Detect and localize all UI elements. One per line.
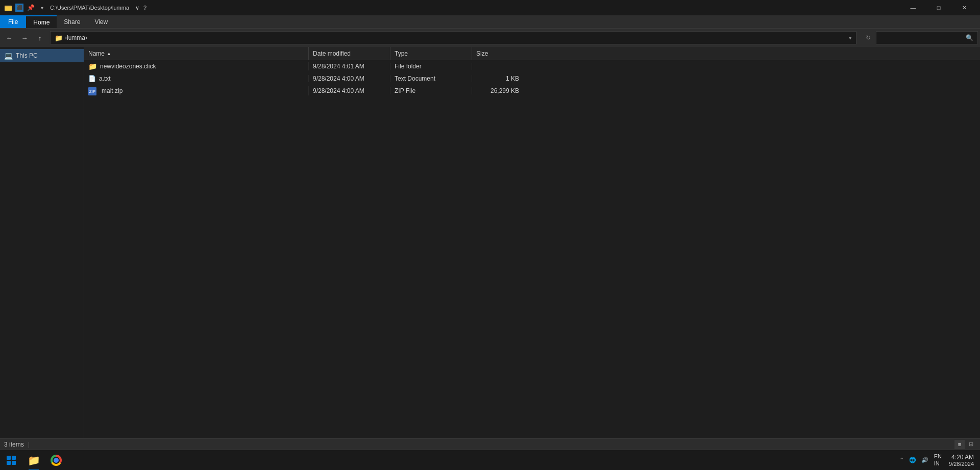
file-name: newvideozones.click: [100, 63, 156, 70]
back-button[interactable]: ←: [2, 31, 16, 45]
file-name-cell: 📁 newvideozones.click: [84, 62, 309, 70]
address-chevron-icon: ▾: [849, 35, 852, 41]
address-bar[interactable]: 📁 › lumma › ▾: [50, 31, 856, 44]
title-bar-icons: ⬛ 📌 ▾: [4, 4, 46, 12]
this-pc-icon: 💻: [4, 52, 13, 60]
title-bar-chevron[interactable]: ∨: [133, 3, 141, 13]
title-bar: ⬛ 📌 ▾ C:\Users\PMAT\Desktop\lumma ∨ ? — …: [0, 0, 980, 15]
ribbon: File Home Share View: [0, 15, 980, 29]
file-type: File folder: [390, 63, 472, 70]
tray-chevron-icon[interactable]: ⌃: [898, 456, 905, 464]
view-toggle: ≡ ⊞: [954, 440, 976, 449]
forward-button[interactable]: →: [17, 31, 32, 45]
tab-home[interactable]: Home: [26, 15, 57, 28]
sidebar-item-this-pc[interactable]: 💻 This PC: [0, 49, 84, 62]
taskbar-chrome-icon: [51, 455, 62, 466]
refresh-button[interactable]: ↻: [862, 31, 875, 44]
taskbar-file-explorer[interactable]: 📁: [22, 450, 45, 471]
ribbon-tabs: File Home Share View: [0, 15, 980, 29]
view-tiles-button[interactable]: ⊞: [966, 440, 976, 449]
quick-access-icon[interactable]: ⬛: [15, 4, 23, 12]
column-header-size[interactable]: Size: [472, 47, 523, 60]
window-controls: — □ ✕: [901, 0, 976, 15]
folder-icon: 📁: [88, 62, 97, 70]
windows-start-icon: [7, 456, 16, 465]
search-bar[interactable]: 🔍: [876, 31, 978, 44]
file-date: 9/28/2024 4:00 AM: [309, 87, 390, 94]
clock-time: 4:20 AM: [949, 454, 974, 461]
language-indicator[interactable]: ENIN: [932, 452, 944, 467]
file-pane: Name ▲ Date modified Type Size 📁 newvide…: [84, 47, 980, 438]
sidebar-item-label: This PC: [16, 52, 38, 59]
system-clock[interactable]: 4:20 AM 9/28/2024: [946, 453, 977, 468]
file-type: ZIP File: [390, 87, 472, 94]
taskbar: 📁 ⌃ 🌐 🔊 ENIN 4:20 AM 9/28/2024: [0, 450, 980, 470]
taskbar-chrome[interactable]: [45, 450, 67, 471]
globe-icon[interactable]: 🌐: [908, 456, 918, 464]
file-list: 📁 newvideozones.click 9/28/2024 4:01 AM …: [84, 60, 980, 438]
volume-icon[interactable]: 🔊: [920, 456, 930, 464]
table-row[interactable]: ZIP malt.zip 9/28/2024 4:00 AM ZIP File …: [84, 85, 980, 97]
file-explorer-icon: [4, 4, 12, 12]
address-bar-arrow: ›: [85, 34, 87, 41]
address-folder-icon: 📁: [55, 34, 63, 42]
navigation-bar: ← → ↑ 📁 › lumma › ▾ ↻ 🔍: [0, 29, 980, 47]
file-size: 26,299 KB: [472, 87, 523, 94]
tab-file[interactable]: File: [0, 15, 26, 28]
start-button[interactable]: [0, 450, 22, 471]
search-icon: 🔍: [966, 34, 973, 41]
sort-arrow-icon: ▲: [107, 51, 111, 56]
down-arrow-icon: ▾: [38, 4, 46, 12]
column-header-date[interactable]: Date modified: [309, 47, 390, 60]
svg-rect-2: [5, 6, 8, 7]
file-size: 1 KB: [472, 75, 523, 82]
pin-icon: 📌: [27, 4, 35, 12]
main-area: 💻 This PC Name ▲ Date modified Type Size…: [0, 47, 980, 438]
table-row[interactable]: 📁 newvideozones.click 9/28/2024 4:01 AM …: [84, 60, 980, 72]
txt-file-icon: 📄: [88, 75, 96, 82]
address-folder-name: lumma: [67, 34, 85, 41]
view-details-button[interactable]: ≡: [954, 440, 965, 449]
file-date: 9/28/2024 4:01 AM: [309, 63, 390, 70]
maximize-button[interactable]: □: [927, 0, 950, 15]
search-input[interactable]: [880, 34, 966, 41]
table-row[interactable]: 📄 a.txt 9/28/2024 4:00 AM Text Document …: [84, 72, 980, 85]
file-name: malt.zip: [102, 87, 122, 94]
file-name: a.txt: [99, 75, 111, 82]
taskbar-folder-icon: 📁: [28, 454, 40, 466]
close-button[interactable]: ✕: [952, 0, 976, 15]
file-type: Text Document: [390, 75, 472, 82]
file-name-cell: ZIP malt.zip: [84, 86, 309, 96]
sidebar: 💻 This PC: [0, 47, 84, 438]
item-count: 3 items: [4, 441, 24, 448]
file-name-cell: 📄 a.txt: [84, 75, 309, 82]
status-divider: |: [28, 441, 30, 448]
up-button[interactable]: ↑: [33, 31, 47, 45]
zip-file-icon: ZIP: [88, 86, 96, 96]
column-header-name[interactable]: Name ▲: [84, 47, 309, 60]
minimize-button[interactable]: —: [901, 0, 925, 15]
status-bar: 3 items | ≡ ⊞: [0, 438, 980, 450]
tab-share[interactable]: Share: [57, 15, 87, 28]
clock-date: 9/28/2024: [949, 461, 974, 467]
system-tray: ⌃ 🌐 🔊 ENIN 4:20 AM 9/28/2024: [895, 450, 980, 471]
svg-rect-1: [5, 7, 12, 11]
title-bar-path: C:\Users\PMAT\Desktop\lumma: [50, 5, 129, 11]
file-date: 9/28/2024 4:00 AM: [309, 75, 390, 82]
tab-view[interactable]: View: [87, 15, 115, 28]
column-headers: Name ▲ Date modified Type Size: [84, 47, 980, 60]
help-icon[interactable]: ?: [141, 3, 149, 13]
column-header-type[interactable]: Type: [390, 47, 472, 60]
